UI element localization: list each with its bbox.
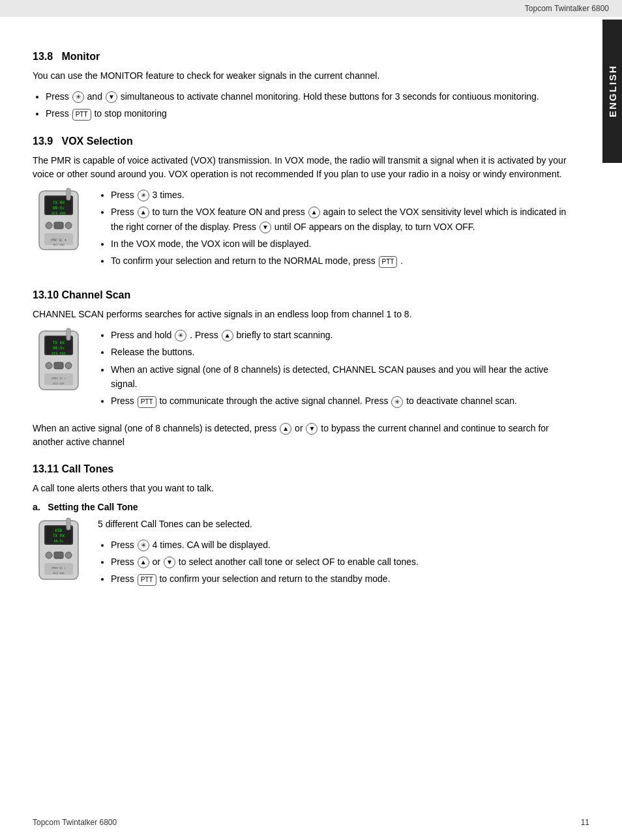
call-tone-intro-text: 5 different Call Tones can be selected. bbox=[98, 517, 576, 531]
list-item: Press ▲ or ▼ to select another call tone… bbox=[111, 555, 576, 569]
list-item: Press PTT to confirm your selection and … bbox=[111, 572, 576, 586]
svg-text:DCS VOX: DCS VOX bbox=[53, 572, 65, 575]
section-13-10-intro: CHANNEL SCAN performs searches for activ… bbox=[33, 308, 576, 321]
list-item: To confirm your selection and return to … bbox=[111, 253, 576, 268]
svg-text:08:5c: 08:5c bbox=[53, 205, 65, 210]
menu-icon: ✳ bbox=[138, 190, 149, 201]
up-icon: ▲ bbox=[138, 207, 149, 218]
top-bar-title: Topcom Twintalker 6800 bbox=[525, 4, 609, 13]
menu-icon4: ✳ bbox=[391, 396, 403, 408]
svg-text:ESB: ESB bbox=[55, 528, 63, 532]
svg-text:PMR♦ SC ✦: PMR♦ SC ✦ bbox=[52, 566, 66, 570]
section-13-10-content: TX RX 08:5c DCS VOX PMR♦ SC ✦ DCS VOX Pr… bbox=[33, 328, 576, 415]
menu-icon5: ✳ bbox=[138, 540, 149, 551]
section-13-8-bullets: Press ✳ and ▼ simultaneous to activate c… bbox=[46, 89, 576, 121]
list-item: When an active signal (one of 8 channels… bbox=[111, 362, 576, 392]
section-13-10-bullets: Press and hold ✳ . Press ▲ briefly to st… bbox=[98, 328, 576, 415]
svg-text:DCS VOX: DCS VOX bbox=[52, 211, 65, 215]
ptt-icon: PTT bbox=[379, 256, 398, 268]
list-item: Press ✳ and ▼ simultaneous to activate c… bbox=[46, 89, 576, 104]
list-item: In the VOX mode, the VOX icon will be di… bbox=[111, 237, 576, 251]
radio-device-svg: TX RX 08:5c DCS VOX PMR SC ♦ DCS VOX bbox=[33, 188, 85, 253]
list-item: Press ✳ 4 times. CA will be displayed. bbox=[111, 538, 576, 552]
section-13-11-intro: A call tone alerts others that you want … bbox=[33, 482, 576, 495]
svg-text:08:5c: 08:5c bbox=[53, 345, 65, 350]
up-icon2: ▲ bbox=[308, 207, 320, 218]
list-item: Press ▲ to turn the VOX feature ON and p… bbox=[111, 205, 576, 234]
section-13-9-bullets: Press ✳ 3 times. Press ▲ to turn the VOX… bbox=[98, 188, 576, 275]
down-icon: ▼ bbox=[259, 222, 271, 233]
up-icon-extra: ▲ bbox=[280, 423, 291, 435]
ptt-icon2: PTT bbox=[138, 396, 156, 408]
svg-point-22 bbox=[65, 362, 72, 369]
up-icon5: ▲ bbox=[138, 557, 149, 568]
svg-text:TX  RX: TX RX bbox=[53, 533, 65, 538]
menu-button-icon: ✳ bbox=[72, 91, 84, 103]
section-13-10-title: 13.10 Channel Scan bbox=[33, 289, 576, 301]
radio-device-scan-svg: TX RX 08:5c DCS VOX PMR♦ SC ✦ DCS VOX bbox=[33, 328, 85, 393]
subsection-call-tone: a. Setting the Call Tone ESB TX RX 08:5c bbox=[33, 502, 576, 593]
section-13-9-content: TX RX 08:5c DCS VOX PMR SC ♦ DCS VOX bbox=[33, 188, 576, 275]
svg-text:TX  RX: TX RX bbox=[53, 200, 65, 205]
svg-text:PMR♦ SC ✦: PMR♦ SC ✦ bbox=[52, 377, 66, 380]
section-13-9-title: 13.9 VOX Selection bbox=[33, 136, 576, 147]
svg-text:PMR SC ♦: PMR SC ♦ bbox=[51, 238, 67, 242]
svg-rect-34 bbox=[54, 552, 63, 558]
language-label: ENGLISH bbox=[607, 65, 618, 118]
menu-icon3: ✳ bbox=[175, 330, 186, 341]
svg-point-7 bbox=[46, 222, 52, 229]
footer-left: Topcom Twintalker 6800 bbox=[33, 818, 117, 827]
section-13-8-title: 13.8 Monitor bbox=[33, 51, 576, 63]
section-13-11: 13.11 Call Tones A call tone alerts othe… bbox=[33, 463, 576, 593]
subsection-call-tone-content: ESB TX RX 08:5c PMR♦ SC ✦ DCS VOX 5 diff… bbox=[33, 517, 576, 593]
main-content: 13.8 Monitor You can use the MONITOR fea… bbox=[0, 17, 622, 624]
section-13-9-intro: The PMR is capable of voice activated (V… bbox=[33, 154, 576, 181]
list-item: Release the buttons. bbox=[111, 345, 576, 359]
subsection-call-tone-bullets: 5 different Call Tones can be selected. … bbox=[98, 517, 576, 593]
down-icon-extra: ▼ bbox=[306, 423, 318, 435]
section-13-11-title: 13.11 Call Tones bbox=[33, 463, 576, 475]
svg-text:DCS VOX: DCS VOX bbox=[53, 243, 65, 246]
svg-point-9 bbox=[65, 222, 72, 229]
down-button-icon: ▼ bbox=[106, 91, 117, 103]
svg-rect-8 bbox=[54, 222, 63, 229]
section-13-8-intro: You can use the MONITOR feature to check… bbox=[33, 69, 576, 83]
language-sidebar: ENGLISH bbox=[602, 20, 622, 163]
device-image-calltone: ESB TX RX 08:5c PMR♦ SC ✦ DCS VOX bbox=[33, 517, 85, 585]
list-item: Press ✳ 3 times. bbox=[111, 188, 576, 202]
section-13-9: 13.9 VOX Selection The PMR is capable of… bbox=[33, 136, 576, 275]
up-icon3: ▲ bbox=[222, 330, 233, 341]
svg-point-20 bbox=[46, 362, 52, 369]
footer: Topcom Twintalker 6800 11 bbox=[0, 818, 622, 827]
device-image-vox: TX RX 08:5c DCS VOX PMR SC ♦ DCS VOX bbox=[33, 188, 85, 255]
down-icon5: ▼ bbox=[164, 557, 175, 568]
svg-point-33 bbox=[46, 552, 52, 558]
ptt-icon3: PTT bbox=[138, 574, 156, 586]
ptt-button-icon: PTT bbox=[72, 109, 91, 121]
list-item: Press PTT to stop monitoring bbox=[46, 106, 576, 121]
list-item: Press and hold ✳ . Press ▲ briefly to st… bbox=[111, 328, 576, 342]
top-bar: Topcom Twintalker 6800 bbox=[0, 0, 622, 17]
svg-text:08:5c: 08:5c bbox=[53, 539, 63, 543]
list-item: Press PTT to communicate through the act… bbox=[111, 394, 576, 408]
svg-text:TX  RX: TX RX bbox=[53, 340, 65, 345]
device-image-scan: TX RX 08:5c DCS VOX PMR♦ SC ✦ DCS VOX bbox=[33, 328, 85, 395]
footer-right: 11 bbox=[581, 818, 589, 827]
section-13-8: 13.8 Monitor You can use the MONITOR fea… bbox=[33, 51, 576, 121]
subsection-call-tone-title: a. Setting the Call Tone bbox=[33, 502, 576, 512]
radio-device-calltone-svg: ESB TX RX 08:5c PMR♦ SC ✦ DCS VOX bbox=[33, 517, 85, 583]
svg-text:DCS VOX: DCS VOX bbox=[52, 351, 65, 355]
svg-text:DCS VOX: DCS VOX bbox=[53, 382, 65, 385]
svg-rect-21 bbox=[54, 362, 63, 369]
section-13-10-extra: When an active signal (one of 8 channels… bbox=[33, 422, 576, 449]
svg-rect-32 bbox=[67, 518, 70, 530]
section-13-10: 13.10 Channel Scan CHANNEL SCAN performs… bbox=[33, 289, 576, 449]
svg-rect-19 bbox=[67, 328, 70, 340]
svg-rect-6 bbox=[67, 188, 70, 200]
svg-point-35 bbox=[65, 552, 72, 558]
